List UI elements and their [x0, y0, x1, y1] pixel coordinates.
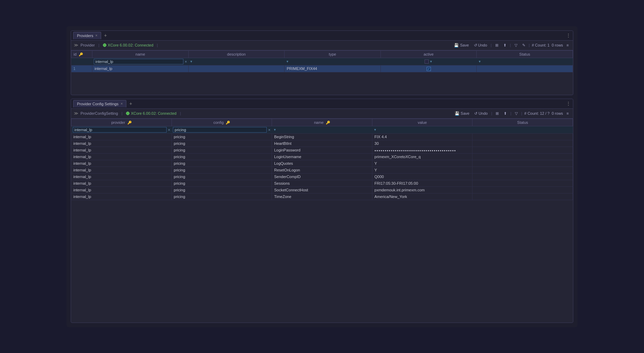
config-tab-more[interactable]: ⋮ [566, 101, 571, 106]
config-row-7-config: pricing [172, 173, 272, 180]
password-dots: ●●●●●●●●●●●●●●●●●●●●●●●●●●●●●●●●●●●●●●●● [374, 149, 456, 152]
providers-filter-name-clear[interactable]: × [185, 59, 187, 64]
config-row-8-status [472, 180, 573, 186]
providers-edit-btn[interactable]: ✎ [521, 43, 527, 48]
config-tab-add[interactable]: + [128, 101, 133, 106]
config-columns-btn[interactable]: ⊞ [494, 111, 500, 116]
config-tab-close[interactable]: × [121, 102, 123, 106]
config-row-2-provider: internal_lp [71, 140, 172, 147]
config-row-socketconnecthost[interactable]: internal_lp pricing SocketConnectHost px… [71, 186, 573, 193]
config-row-timezone[interactable]: internal_lp pricing TimeZone America/New… [71, 193, 573, 200]
providers-row-1-active-checkbox [427, 67, 431, 71]
config-row-4-status [472, 153, 573, 160]
providers-expand-icon[interactable]: ≫ [74, 43, 78, 48]
providers-filter-active-arrow[interactable]: ▼ [429, 60, 433, 63]
providers-filter-desc-arrow[interactable]: ▼ [190, 60, 193, 63]
providers-tab-bar: Providers × + ⋮ [71, 31, 573, 41]
config-row-2-status [472, 140, 573, 147]
providers-tab-close[interactable]: × [95, 34, 97, 37]
config-export-btn[interactable]: ⬆ [502, 111, 508, 116]
providers-menu-btn[interactable]: ≡ [565, 43, 570, 48]
config-row-6-value: Y [372, 167, 472, 173]
providers-filter-id [71, 58, 92, 65]
config-header-row: provider 🔑 config 🔑 name 🔑 value Status [71, 119, 573, 126]
providers-row-1-name: internal_lp [92, 65, 189, 72]
config-row-beginstring[interactable]: internal_lp pricing BeginString FIX 4.4 [71, 133, 573, 140]
config-filter-name-arrow[interactable]: ▼ [273, 128, 276, 132]
config-filter-provider-clear[interactable]: × [168, 128, 170, 132]
providers-filter-name-input[interactable] [94, 59, 183, 64]
providers-tab[interactable]: Providers × [73, 32, 101, 39]
config-filter-value-arrow[interactable]: ▼ [373, 128, 377, 132]
providers-filter-status-cell: ▼ [477, 58, 573, 65]
providers-status-dot [103, 43, 106, 47]
config-row-sendercompid[interactable]: internal_lp pricing SenderCompID Q000 [71, 173, 573, 180]
config-row-2-config: pricing [172, 140, 272, 147]
config-expand-icon[interactable]: ≫ [74, 111, 78, 116]
config-filter-status-cell [472, 126, 573, 133]
config-row-sessions[interactable]: internal_lp pricing Sessions FRI17:05:30… [71, 180, 573, 186]
providers-col-id: id 🔑 [71, 50, 92, 58]
providers-export-btn[interactable]: ⬆ [502, 43, 508, 48]
config-undo-btn[interactable]: ↺ Undo [473, 111, 489, 116]
providers-filter-active-checkbox[interactable] [425, 59, 429, 64]
config-row-7-name: SenderCompID [272, 173, 372, 180]
providers-row-1-active [380, 65, 477, 72]
config-filter-value-cell: ▼ [372, 126, 472, 133]
providers-sep1: | [98, 43, 99, 47]
providers-undo-btn[interactable]: ↺ Undo [472, 43, 489, 48]
config-row-6-provider: internal_lp [71, 167, 172, 173]
config-save-btn[interactable]: 💾 Save [453, 111, 471, 116]
providers-tab-add[interactable]: + [103, 33, 108, 38]
config-row-5-config: pricing [172, 160, 272, 167]
providers-count: # Count: 1 [532, 43, 550, 47]
config-tab-label: Provider Config Settings [77, 102, 119, 106]
config-row-9-provider: internal_lp [71, 186, 172, 193]
config-count: # Count: 12 / ? [524, 111, 550, 115]
providers-col-name: name [92, 50, 189, 58]
config-row-resetonlogon[interactable]: internal_lp pricing ResetOnLogon Y [71, 167, 573, 173]
providers-filter-type-arrow[interactable]: ▼ [286, 60, 289, 63]
providers-filter-active-cell: ▼ [380, 58, 477, 65]
config-row-10-name: TimeZone [272, 193, 372, 200]
config-menu-btn[interactable]: ≡ [565, 111, 570, 116]
config-row-4-value: primexm_XCoretoXCore_q [372, 153, 472, 160]
config-row-loginpassword[interactable]: internal_lp pricing LoginPassword ●●●●●●… [71, 147, 573, 153]
providers-row-1[interactable]: 1 internal_lp PRIMEXM_FIX44 [71, 65, 573, 72]
config-row-8-config: pricing [172, 180, 272, 186]
config-row-logquotes[interactable]: internal_lp pricing LogQuotes Y [71, 160, 573, 167]
providers-filter-status-arrow[interactable]: ▼ [478, 60, 481, 63]
providers-row-1-type: PRIMEXM_FIX44 [285, 65, 381, 72]
config-row-3-config: pricing [172, 147, 272, 153]
providers-tab-label: Providers [77, 34, 93, 38]
config-row-5-provider: internal_lp [71, 160, 172, 167]
config-row-2-value: 30 [372, 140, 472, 147]
config-row-3-provider: internal_lp [71, 147, 172, 153]
providers-toolbar-label: Provider [80, 43, 95, 47]
config-panel: Provider Config Settings × + ⋮ ≫ Provide… [71, 99, 573, 323]
config-filter-config-clear[interactable]: × [268, 128, 270, 132]
config-row-10-config: pricing [172, 193, 272, 200]
config-row-loginusername[interactable]: internal_lp pricing LoginUsername primex… [71, 153, 573, 160]
config-filter-config-input[interactable] [173, 127, 267, 133]
providers-filter-type-cell: ▼ [285, 58, 381, 65]
config-row-heartbtint[interactable]: internal_lp pricing HeartBtInt 30 [71, 140, 573, 147]
providers-filter-btn[interactable]: ▽ [513, 43, 519, 48]
config-table: provider 🔑 config 🔑 name 🔑 value Status [71, 119, 573, 200]
providers-row-1-status [477, 65, 573, 72]
providers-col-type: type [285, 50, 381, 58]
config-filter-provider-input[interactable] [73, 127, 167, 133]
config-filter-btn[interactable]: ▽ [513, 111, 519, 116]
providers-status-text: XCore 6.00.02: Connected [108, 43, 153, 47]
config-row-9-value: pxmdemouk.int.primexm.com [372, 186, 472, 193]
config-row-1-value: FIX 4.4 [372, 133, 472, 140]
providers-header-row: id 🔑 name description type active Status [71, 50, 573, 58]
providers-columns-btn[interactable]: ⊞ [494, 43, 500, 48]
providers-row-1-id: 1 [71, 65, 92, 72]
providers-tab-more[interactable]: ⋮ [566, 33, 571, 38]
config-row-7-provider: internal_lp [71, 173, 172, 180]
providers-sep2: | [157, 43, 158, 47]
config-col-name: name 🔑 [272, 119, 372, 126]
config-tab[interactable]: Provider Config Settings × [73, 100, 126, 107]
providers-save-btn[interactable]: 💾 Save [453, 43, 470, 48]
